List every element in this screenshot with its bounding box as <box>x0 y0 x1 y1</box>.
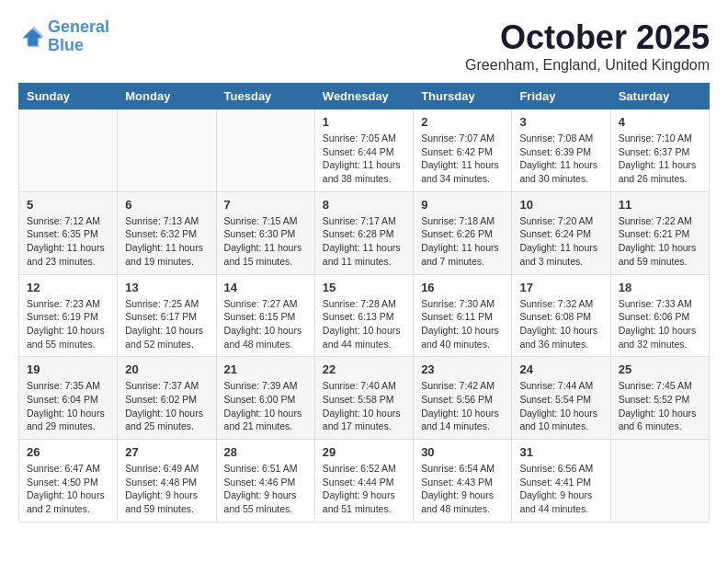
calendar-cell: 19Sunrise: 7:35 AM Sunset: 6:04 PM Dayli… <box>19 357 118 440</box>
calendar-cell: 12Sunrise: 7:23 AM Sunset: 6:19 PM Dayli… <box>19 274 118 357</box>
calendar-cell: 30Sunrise: 6:54 AM Sunset: 4:43 PM Dayli… <box>414 440 512 523</box>
day-number: 23 <box>421 362 504 376</box>
weekday-header-thursday: Thursday <box>414 84 512 109</box>
day-info: Sunrise: 7:30 AM Sunset: 6:11 PM Dayligh… <box>421 297 504 351</box>
calendar-cell: 21Sunrise: 7:39 AM Sunset: 6:00 PM Dayli… <box>216 357 314 440</box>
day-number: 18 <box>619 281 701 294</box>
calendar-cell: 5Sunrise: 7:12 AM Sunset: 6:35 PM Daylig… <box>19 191 118 274</box>
calendar-cell: 20Sunrise: 7:37 AM Sunset: 6:02 PM Dayli… <box>118 357 216 440</box>
day-info: Sunrise: 7:32 AM Sunset: 6:08 PM Dayligh… <box>519 297 602 351</box>
calendar-cell <box>610 440 709 523</box>
calendar-cell: 18Sunrise: 7:33 AM Sunset: 6:06 PM Dayli… <box>610 274 709 357</box>
day-number: 3 <box>519 115 602 129</box>
day-number: 27 <box>125 445 208 459</box>
day-number: 2 <box>421 115 504 129</box>
calendar-cell: 29Sunrise: 6:52 AM Sunset: 4:44 PM Dayli… <box>314 440 413 523</box>
calendar-cell: 26Sunrise: 6:47 AM Sunset: 4:50 PM Dayli… <box>19 440 118 523</box>
day-number: 1 <box>323 115 405 129</box>
day-info: Sunrise: 6:51 AM Sunset: 4:46 PM Dayligh… <box>224 462 307 516</box>
day-info: Sunrise: 7:45 AM Sunset: 5:52 PM Dayligh… <box>619 379 701 433</box>
calendar-header-row: SundayMondayTuesdayWednesdayThursdayFrid… <box>19 84 710 109</box>
day-number: 31 <box>519 445 602 459</box>
calendar-cell: 17Sunrise: 7:32 AM Sunset: 6:08 PM Dayli… <box>512 274 610 357</box>
calendar-cell: 4Sunrise: 7:10 AM Sunset: 6:37 PM Daylig… <box>610 109 709 192</box>
calendar-cell: 10Sunrise: 7:20 AM Sunset: 6:24 PM Dayli… <box>512 191 610 274</box>
day-number: 13 <box>125 281 208 294</box>
day-number: 7 <box>224 198 307 212</box>
day-info: Sunrise: 7:08 AM Sunset: 6:39 PM Dayligh… <box>519 132 602 186</box>
day-number: 29 <box>323 445 405 459</box>
day-number: 10 <box>519 198 602 212</box>
calendar-cell: 14Sunrise: 7:27 AM Sunset: 6:15 PM Dayli… <box>216 274 314 357</box>
calendar-cell <box>216 109 314 192</box>
day-info: Sunrise: 6:49 AM Sunset: 4:48 PM Dayligh… <box>125 462 208 516</box>
logo-text-line1: General <box>48 18 109 37</box>
weekday-header-saturday: Saturday <box>610 84 709 109</box>
day-info: Sunrise: 7:17 AM Sunset: 6:28 PM Dayligh… <box>323 214 405 269</box>
calendar-cell <box>118 109 216 192</box>
day-number: 4 <box>619 115 701 129</box>
calendar-cell: 24Sunrise: 7:44 AM Sunset: 5:54 PM Dayli… <box>512 357 610 440</box>
day-number: 11 <box>619 198 701 212</box>
calendar-cell: 31Sunrise: 6:56 AM Sunset: 4:41 PM Dayli… <box>512 440 610 523</box>
calendar-week-2: 5Sunrise: 7:12 AM Sunset: 6:35 PM Daylig… <box>19 191 710 274</box>
day-number: 19 <box>27 362 109 376</box>
calendar-cell: 2Sunrise: 7:07 AM Sunset: 6:42 PM Daylig… <box>414 109 512 192</box>
weekday-header-wednesday: Wednesday <box>314 84 413 109</box>
calendar-cell: 7Sunrise: 7:15 AM Sunset: 6:30 PM Daylig… <box>216 191 314 274</box>
day-info: Sunrise: 7:33 AM Sunset: 6:06 PM Dayligh… <box>619 297 701 351</box>
svg-marker-1 <box>24 27 44 47</box>
logo: General Blue <box>18 18 109 55</box>
day-number: 22 <box>323 362 405 376</box>
day-number: 30 <box>421 445 504 459</box>
month-title: October 2025 <box>465 18 710 57</box>
day-info: Sunrise: 7:42 AM Sunset: 5:56 PM Dayligh… <box>421 379 504 433</box>
calendar-table: SundayMondayTuesdayWednesdayThursdayFrid… <box>18 83 710 523</box>
calendar-cell: 1Sunrise: 7:05 AM Sunset: 6:44 PM Daylig… <box>314 109 413 192</box>
day-number: 25 <box>619 362 701 376</box>
calendar-week-5: 26Sunrise: 6:47 AM Sunset: 4:50 PM Dayli… <box>19 440 710 523</box>
calendar-cell: 25Sunrise: 7:45 AM Sunset: 5:52 PM Dayli… <box>610 357 709 440</box>
calendar-week-1: 1Sunrise: 7:05 AM Sunset: 6:44 PM Daylig… <box>19 109 710 192</box>
calendar-week-3: 12Sunrise: 7:23 AM Sunset: 6:19 PM Dayli… <box>19 274 710 357</box>
day-info: Sunrise: 7:35 AM Sunset: 6:04 PM Dayligh… <box>27 379 109 433</box>
day-info: Sunrise: 7:18 AM Sunset: 6:26 PM Dayligh… <box>421 214 504 269</box>
day-number: 14 <box>224 281 307 294</box>
weekday-header-friday: Friday <box>512 84 610 109</box>
day-number: 6 <box>125 198 208 212</box>
day-number: 8 <box>323 198 405 212</box>
calendar-cell: 15Sunrise: 7:28 AM Sunset: 6:13 PM Dayli… <box>314 274 413 357</box>
day-info: Sunrise: 7:44 AM Sunset: 5:54 PM Dayligh… <box>519 379 602 433</box>
calendar-cell: 6Sunrise: 7:13 AM Sunset: 6:32 PM Daylig… <box>118 191 216 274</box>
day-number: 16 <box>421 281 504 294</box>
weekday-header-sunday: Sunday <box>19 84 118 109</box>
day-info: Sunrise: 7:12 AM Sunset: 6:35 PM Dayligh… <box>27 214 109 269</box>
day-number: 28 <box>224 445 307 459</box>
weekday-header-monday: Monday <box>118 84 216 109</box>
calendar-cell: 23Sunrise: 7:42 AM Sunset: 5:56 PM Dayli… <box>414 357 512 440</box>
day-number: 26 <box>27 445 109 459</box>
weekday-header-tuesday: Tuesday <box>216 84 314 109</box>
logo-icon <box>18 24 44 50</box>
day-number: 21 <box>224 362 307 376</box>
calendar-cell: 22Sunrise: 7:40 AM Sunset: 5:58 PM Dayli… <box>314 357 413 440</box>
day-number: 17 <box>519 281 602 294</box>
calendar-cell: 11Sunrise: 7:22 AM Sunset: 6:21 PM Dayli… <box>610 191 709 274</box>
day-info: Sunrise: 7:37 AM Sunset: 6:02 PM Dayligh… <box>125 379 208 433</box>
calendar-cell: 16Sunrise: 7:30 AM Sunset: 6:11 PM Dayli… <box>414 274 512 357</box>
day-info: Sunrise: 6:56 AM Sunset: 4:41 PM Dayligh… <box>519 462 602 516</box>
day-info: Sunrise: 7:05 AM Sunset: 6:44 PM Dayligh… <box>323 132 405 186</box>
day-info: Sunrise: 7:20 AM Sunset: 6:24 PM Dayligh… <box>519 214 602 269</box>
calendar-cell: 13Sunrise: 7:25 AM Sunset: 6:17 PM Dayli… <box>118 274 216 357</box>
day-info: Sunrise: 6:47 AM Sunset: 4:50 PM Dayligh… <box>27 462 109 516</box>
day-info: Sunrise: 7:28 AM Sunset: 6:13 PM Dayligh… <box>323 297 405 351</box>
day-number: 24 <box>519 362 602 376</box>
logo-text-line2: Blue <box>48 37 109 55</box>
calendar-cell: 3Sunrise: 7:08 AM Sunset: 6:39 PM Daylig… <box>512 109 610 192</box>
day-number: 5 <box>27 198 109 212</box>
day-number: 9 <box>421 198 504 212</box>
calendar-cell <box>19 109 118 192</box>
day-info: Sunrise: 7:07 AM Sunset: 6:42 PM Dayligh… <box>421 132 504 186</box>
day-info: Sunrise: 6:52 AM Sunset: 4:44 PM Dayligh… <box>323 462 405 516</box>
day-info: Sunrise: 7:39 AM Sunset: 6:00 PM Dayligh… <box>224 379 307 433</box>
